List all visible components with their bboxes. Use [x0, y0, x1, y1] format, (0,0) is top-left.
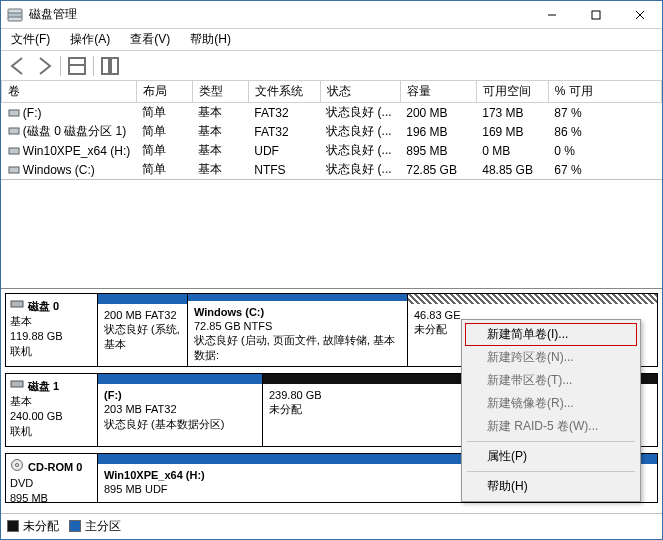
svg-rect-8	[69, 64, 85, 66]
column-headers: 卷 布局 类型 文件系统 状态 容量 可用空间 % 可用	[2, 81, 662, 103]
legend: 未分配 主分区	[1, 513, 662, 539]
empty-space	[1, 180, 662, 288]
partition[interactable]: Windows (C:)72.85 GB NTFS状态良好 (启动, 页面文件,…	[188, 294, 408, 366]
disk-state: 联机	[10, 344, 93, 359]
col-capacity[interactable]: 容量	[400, 81, 476, 103]
disk-icon	[10, 298, 24, 314]
minimize-button[interactable]	[530, 1, 574, 29]
col-fs[interactable]: 文件系统	[248, 81, 320, 103]
partition[interactable]: 200 MB FAT32状态良好 (系统, 基本	[98, 294, 188, 366]
ctx-separator	[467, 471, 635, 472]
volume-icon	[8, 164, 20, 174]
partition-header-bar	[98, 374, 262, 384]
partition-header-bar	[188, 294, 407, 301]
ctx-new-mirror-volume[interactable]: 新建镜像卷(R)...	[465, 392, 637, 415]
table-row[interactable]: (磁盘 0 磁盘分区 1)简单基本FAT32状态良好 (...196 MB169…	[2, 122, 662, 141]
col-status[interactable]: 状态	[320, 81, 400, 103]
col-layout[interactable]: 布局	[136, 81, 192, 103]
svg-rect-15	[11, 301, 23, 307]
partition-body: Windows (C:)72.85 GB NTFS状态良好 (启动, 页面文件,…	[188, 301, 407, 366]
disk-size: 240.00 GB	[10, 409, 93, 424]
disk-label[interactable]: 磁盘 0 基本 119.88 GB 联机	[6, 294, 98, 366]
partition-header-bar	[408, 294, 657, 304]
table-row[interactable]: (F:)简单基本FAT32状态良好 (...200 MB173 MB87 %	[2, 103, 662, 123]
ctx-new-spanned-volume[interactable]: 新建跨区卷(N)...	[465, 346, 637, 369]
volume-list: 卷 布局 类型 文件系统 状态 容量 可用空间 % 可用 (F:)简单基本FAT…	[1, 81, 662, 180]
col-type[interactable]: 类型	[192, 81, 248, 103]
toolbar-separator	[60, 56, 61, 76]
disk-name: CD-ROM 0	[28, 460, 82, 475]
legend-unallocated: 未分配	[7, 518, 59, 535]
ctx-properties[interactable]: 属性(P)	[465, 445, 637, 468]
volume-icon	[8, 125, 20, 135]
context-menu: 新建简单卷(I)... 新建跨区卷(N)... 新建带区卷(T)... 新建镜像…	[461, 319, 641, 502]
col-free[interactable]: 可用空间	[476, 81, 548, 103]
back-button[interactable]	[5, 53, 31, 79]
menu-action[interactable]: 操作(A)	[64, 29, 116, 50]
disk-icon	[10, 378, 24, 394]
table-row[interactable]: Win10XPE_x64 (H:)简单基本UDF状态良好 (...895 MB0…	[2, 141, 662, 160]
ctx-new-striped-volume[interactable]: 新建带区卷(T)...	[465, 369, 637, 392]
svg-rect-2	[8, 17, 22, 21]
volume-icon	[8, 107, 20, 117]
menu-file[interactable]: 文件(F)	[5, 29, 56, 50]
ctx-new-raid5-volume[interactable]: 新建 RAID-5 卷(W)...	[465, 415, 637, 438]
disk-name: 磁盘 1	[28, 379, 59, 394]
svg-rect-12	[9, 128, 19, 134]
disk-name: 磁盘 0	[28, 299, 59, 314]
menu-view[interactable]: 查看(V)	[124, 29, 176, 50]
col-pct[interactable]: % 可用	[548, 81, 661, 103]
col-volume[interactable]: 卷	[2, 81, 137, 103]
forward-button[interactable]	[31, 53, 57, 79]
svg-rect-10	[108, 58, 112, 74]
partition-body: 200 MB FAT32状态良好 (系统, 基本	[98, 304, 187, 366]
window-title: 磁盘管理	[29, 6, 530, 23]
titlebar: 磁盘管理	[1, 1, 662, 29]
ctx-separator	[467, 441, 635, 442]
menu-help[interactable]: 帮助(H)	[184, 29, 237, 50]
svg-rect-16	[11, 381, 23, 387]
svg-rect-4	[592, 11, 600, 19]
cd-icon	[10, 458, 24, 476]
app-icon	[7, 8, 23, 22]
disk-size: 895 MB	[10, 491, 93, 503]
svg-rect-11	[9, 110, 19, 116]
volume-icon	[8, 145, 20, 155]
disk-map: 磁盘 0 基本 119.88 GB 联机 200 MB FAT32状态良好 (系…	[1, 288, 662, 513]
partition-body: (F:)203 MB FAT32状态良好 (基本数据分区)	[98, 384, 262, 446]
disk-size: 119.88 GB	[10, 329, 93, 344]
disk-kind: 基本	[10, 314, 93, 329]
svg-rect-14	[9, 167, 19, 173]
menubar: 文件(F) 操作(A) 查看(V) 帮助(H)	[1, 29, 662, 51]
disk-kind: 基本	[10, 394, 93, 409]
legend-primary: 主分区	[69, 518, 121, 535]
partition[interactable]: (F:)203 MB FAT32状态良好 (基本数据分区)	[98, 374, 263, 446]
swatch-black	[7, 520, 19, 532]
table-row[interactable]: Windows (C:)简单基本NTFS状态良好 (...72.85 GB48.…	[2, 160, 662, 179]
toolbar-separator	[93, 56, 94, 76]
maximize-button[interactable]	[574, 1, 618, 29]
svg-rect-1	[8, 9, 22, 13]
partition-header-bar	[98, 294, 187, 304]
ctx-help[interactable]: 帮助(H)	[465, 475, 637, 498]
disk-kind: DVD	[10, 476, 93, 491]
swatch-blue	[69, 520, 81, 532]
disk-state: 联机	[10, 424, 93, 439]
svg-point-18	[16, 464, 19, 467]
disk-label[interactable]: CD-ROM 0 DVD 895 MB	[6, 454, 98, 502]
toolbar	[1, 51, 662, 81]
close-button[interactable]	[618, 1, 662, 29]
refresh-button[interactable]	[64, 53, 90, 79]
disk-label[interactable]: 磁盘 1 基本 240.00 GB 联机	[6, 374, 98, 446]
app-window: 磁盘管理 文件(F) 操作(A) 查看(V) 帮助(H) 卷 布局 类型 文件系…	[0, 0, 663, 540]
svg-rect-13	[9, 148, 19, 154]
ctx-new-simple-volume[interactable]: 新建简单卷(I)...	[465, 323, 637, 346]
help-button[interactable]	[97, 53, 123, 79]
